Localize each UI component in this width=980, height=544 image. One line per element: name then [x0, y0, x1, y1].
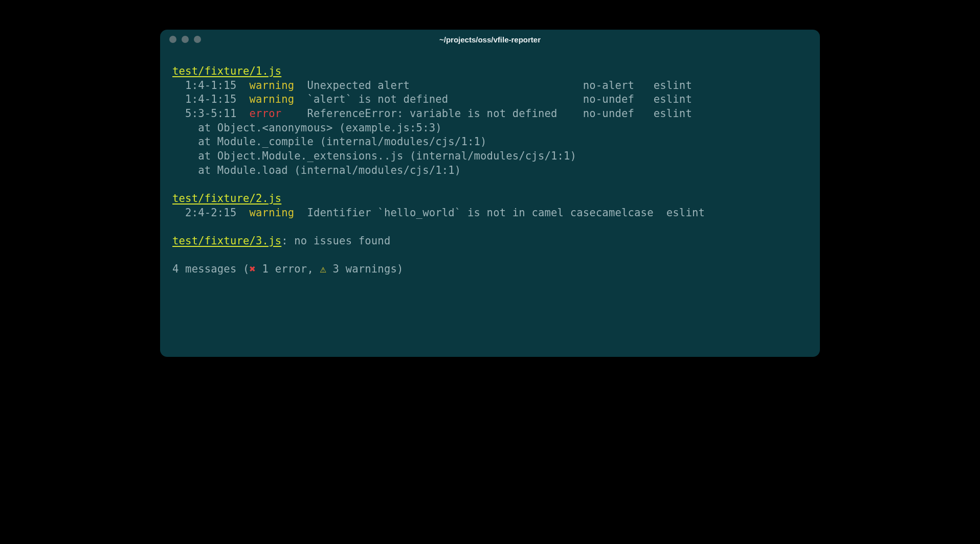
terminal-window: ~/projects/oss/vfile-reporter test/fixtu… — [160, 30, 820, 357]
message-source: eslint — [654, 93, 692, 105]
message-rule-id: no-undef — [583, 93, 654, 105]
close-button[interactable] — [169, 36, 176, 43]
terminal-output: test/fixture/1.js 1:4-1:15 warning Unexp… — [160, 49, 820, 289]
message-location: 1:4-1:15 — [185, 93, 249, 105]
warning-mark-icon: ⚠ — [320, 263, 326, 275]
stack-trace-line: at Object.Module._extensions..js (intern… — [198, 150, 576, 162]
summary-line: 4 messages (✖ 1 error, ⚠ 3 warnings) — [172, 263, 404, 275]
message-source: eslint — [654, 79, 692, 92]
error-mark-icon: ✖ — [250, 263, 256, 275]
message-location: 2:4-2:15 — [185, 207, 249, 219]
message-source: eslint — [654, 107, 692, 120]
message-rule-id: no-undef — [583, 107, 654, 120]
minimize-button[interactable] — [182, 36, 189, 43]
summary-warning-text: 3 warnings) — [326, 263, 404, 275]
message-severity: error — [250, 107, 307, 120]
window-title: ~/projects/oss/vfile-reporter — [160, 35, 820, 44]
message-reason: Unexpected alert — [307, 79, 583, 92]
summary-prefix: 4 messages ( — [172, 263, 250, 275]
message-severity: warning — [250, 93, 307, 105]
traffic-lights — [169, 36, 201, 43]
message-severity: warning — [250, 207, 307, 219]
message-reason: Identifier `hello_world` is not in camel… — [307, 207, 595, 219]
message-rule-id: camelcase — [596, 207, 666, 219]
message-severity: warning — [250, 79, 307, 92]
no-issues-text: : no issues found — [281, 235, 390, 247]
stack-trace-line: at Module.load (internal/modules/cjs/1:1… — [198, 164, 461, 176]
stack-trace-line: at Module._compile (internal/modules/cjs… — [198, 135, 486, 148]
message-source: eslint — [666, 207, 705, 219]
maximize-button[interactable] — [194, 36, 201, 43]
stack-trace-line: at Object.<anonymous> (example.js:5:3) — [198, 122, 442, 134]
message-reason: `alert` is not defined — [307, 93, 583, 105]
summary-error-text: 1 error, — [256, 263, 320, 275]
file-path: test/fixture/3.js — [172, 235, 281, 247]
message-rule-id: no-alert — [583, 79, 654, 92]
message-location: 1:4-1:15 — [185, 79, 249, 92]
file-path: test/fixture/2.js — [172, 192, 281, 205]
titlebar: ~/projects/oss/vfile-reporter — [160, 30, 820, 49]
file-path: test/fixture/1.js — [172, 65, 281, 77]
message-location: 5:3-5:11 — [185, 107, 249, 120]
message-reason: ReferenceError: variable is not defined — [307, 107, 583, 120]
